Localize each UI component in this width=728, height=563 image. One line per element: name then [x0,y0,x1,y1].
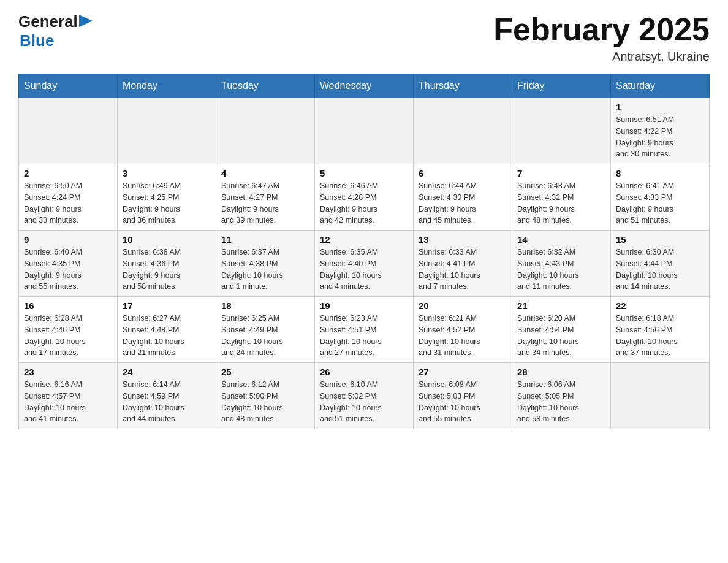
table-row: 10Sunrise: 6:38 AM Sunset: 4:36 PM Dayli… [118,231,216,297]
calendar-week-row: 23Sunrise: 6:16 AM Sunset: 4:57 PM Dayli… [19,363,710,429]
day-number: 26 [320,367,408,377]
day-number: 5 [320,168,408,178]
table-row: 28Sunrise: 6:06 AM Sunset: 5:05 PM Dayli… [512,363,611,429]
table-row [118,98,216,164]
table-row [216,98,315,164]
day-number: 18 [221,301,309,311]
day-info: Sunrise: 6:20 AM Sunset: 4:54 PM Dayligh… [517,313,605,359]
day-info: Sunrise: 6:38 AM Sunset: 4:36 PM Dayligh… [123,247,211,293]
logo-triangle-icon [79,12,93,29]
col-header-saturday: Saturday [611,74,710,98]
page-header: General Blue February 2025 Antratsyt, Uk… [18,12,710,64]
table-row [315,98,414,164]
table-row: 16Sunrise: 6:28 AM Sunset: 4:46 PM Dayli… [19,297,118,363]
day-number: 4 [221,168,309,178]
title-section: February 2025 Antratsyt, Ukraine [493,12,710,64]
table-row: 17Sunrise: 6:27 AM Sunset: 4:48 PM Dayli… [118,297,216,363]
table-row: 27Sunrise: 6:08 AM Sunset: 5:03 PM Dayli… [414,363,512,429]
table-row: 8Sunrise: 6:41 AM Sunset: 4:33 PM Daylig… [611,164,710,231]
day-info: Sunrise: 6:35 AM Sunset: 4:40 PM Dayligh… [320,247,408,293]
day-number: 22 [616,301,704,311]
col-header-wednesday: Wednesday [315,74,414,98]
day-info: Sunrise: 6:08 AM Sunset: 5:03 PM Dayligh… [419,379,507,425]
day-number: 23 [24,367,112,377]
day-info: Sunrise: 6:14 AM Sunset: 4:59 PM Dayligh… [123,379,211,425]
table-row [414,98,512,164]
col-header-tuesday: Tuesday [216,74,315,98]
table-row [512,98,611,164]
table-row: 4Sunrise: 6:47 AM Sunset: 4:27 PM Daylig… [216,164,315,231]
table-row: 23Sunrise: 6:16 AM Sunset: 4:57 PM Dayli… [19,363,118,429]
table-row [19,98,118,164]
table-row: 22Sunrise: 6:18 AM Sunset: 4:56 PM Dayli… [611,297,710,363]
table-row: 21Sunrise: 6:20 AM Sunset: 4:54 PM Dayli… [512,297,611,363]
day-info: Sunrise: 6:43 AM Sunset: 4:32 PM Dayligh… [517,180,605,226]
day-number: 27 [419,367,507,377]
table-row: 24Sunrise: 6:14 AM Sunset: 4:59 PM Dayli… [118,363,216,429]
table-row: 1Sunrise: 6:51 AM Sunset: 4:22 PM Daylig… [611,98,710,164]
day-info: Sunrise: 6:37 AM Sunset: 4:38 PM Dayligh… [221,247,309,293]
day-number: 8 [616,168,704,178]
table-row: 26Sunrise: 6:10 AM Sunset: 5:02 PM Dayli… [315,363,414,429]
day-info: Sunrise: 6:49 AM Sunset: 4:25 PM Dayligh… [123,180,211,226]
calendar-week-row: 2Sunrise: 6:50 AM Sunset: 4:24 PM Daylig… [19,164,710,231]
day-number: 24 [123,367,211,377]
day-info: Sunrise: 6:21 AM Sunset: 4:52 PM Dayligh… [419,313,507,359]
table-row: 19Sunrise: 6:23 AM Sunset: 4:51 PM Dayli… [315,297,414,363]
col-header-friday: Friday [512,74,611,98]
svg-marker-0 [79,15,93,27]
day-number: 3 [123,168,211,178]
table-row: 11Sunrise: 6:37 AM Sunset: 4:38 PM Dayli… [216,231,315,297]
day-info: Sunrise: 6:30 AM Sunset: 4:44 PM Dayligh… [616,247,704,293]
day-number: 17 [123,301,211,311]
calendar-week-row: 9Sunrise: 6:40 AM Sunset: 4:35 PM Daylig… [19,231,710,297]
col-header-sunday: Sunday [19,74,118,98]
day-number: 1 [616,102,704,112]
col-header-thursday: Thursday [414,74,512,98]
calendar-table: Sunday Monday Tuesday Wednesday Thursday… [18,74,710,429]
day-number: 12 [320,234,408,245]
day-info: Sunrise: 6:28 AM Sunset: 4:46 PM Dayligh… [24,313,112,359]
day-info: Sunrise: 6:51 AM Sunset: 4:22 PM Dayligh… [616,114,704,160]
table-row: 15Sunrise: 6:30 AM Sunset: 4:44 PM Dayli… [611,231,710,297]
table-row: 3Sunrise: 6:49 AM Sunset: 4:25 PM Daylig… [118,164,216,231]
table-row: 2Sunrise: 6:50 AM Sunset: 4:24 PM Daylig… [19,164,118,231]
day-number: 16 [24,301,112,311]
table-row: 13Sunrise: 6:33 AM Sunset: 4:41 PM Dayli… [414,231,512,297]
day-info: Sunrise: 6:10 AM Sunset: 5:02 PM Dayligh… [320,379,408,425]
day-info: Sunrise: 6:44 AM Sunset: 4:30 PM Dayligh… [419,180,507,226]
day-number: 20 [419,301,507,311]
day-info: Sunrise: 6:33 AM Sunset: 4:41 PM Dayligh… [419,247,507,293]
day-number: 2 [24,168,112,178]
day-number: 9 [24,234,112,245]
day-number: 11 [221,234,309,245]
day-info: Sunrise: 6:46 AM Sunset: 4:28 PM Dayligh… [320,180,408,226]
table-row: 14Sunrise: 6:32 AM Sunset: 4:43 PM Dayli… [512,231,611,297]
day-number: 14 [517,234,605,245]
table-row: 20Sunrise: 6:21 AM Sunset: 4:52 PM Dayli… [414,297,512,363]
day-info: Sunrise: 6:47 AM Sunset: 4:27 PM Dayligh… [221,180,309,226]
day-number: 25 [221,367,309,377]
day-info: Sunrise: 6:25 AM Sunset: 4:49 PM Dayligh… [221,313,309,359]
table-row: 9Sunrise: 6:40 AM Sunset: 4:35 PM Daylig… [19,231,118,297]
day-info: Sunrise: 6:23 AM Sunset: 4:51 PM Dayligh… [320,313,408,359]
table-row: 5Sunrise: 6:46 AM Sunset: 4:28 PM Daylig… [315,164,414,231]
day-info: Sunrise: 6:41 AM Sunset: 4:33 PM Dayligh… [616,180,704,226]
location-subtitle: Antratsyt, Ukraine [493,50,710,64]
table-row: 25Sunrise: 6:12 AM Sunset: 5:00 PM Dayli… [216,363,315,429]
day-info: Sunrise: 6:06 AM Sunset: 5:05 PM Dayligh… [517,379,605,425]
day-info: Sunrise: 6:50 AM Sunset: 4:24 PM Dayligh… [24,180,112,226]
day-info: Sunrise: 6:16 AM Sunset: 4:57 PM Dayligh… [24,379,112,425]
table-row: 6Sunrise: 6:44 AM Sunset: 4:30 PM Daylig… [414,164,512,231]
day-number: 28 [517,367,605,377]
logo-blue-text: Blue [20,31,93,50]
day-number: 19 [320,301,408,311]
calendar-header-row: Sunday Monday Tuesday Wednesday Thursday… [19,74,710,98]
col-header-monday: Monday [118,74,216,98]
month-year-title: February 2025 [493,12,710,47]
logo-general-text: General [18,12,78,31]
calendar-week-row: 1Sunrise: 6:51 AM Sunset: 4:22 PM Daylig… [19,98,710,164]
day-number: 13 [419,234,507,245]
day-info: Sunrise: 6:18 AM Sunset: 4:56 PM Dayligh… [616,313,704,359]
calendar-week-row: 16Sunrise: 6:28 AM Sunset: 4:46 PM Dayli… [19,297,710,363]
